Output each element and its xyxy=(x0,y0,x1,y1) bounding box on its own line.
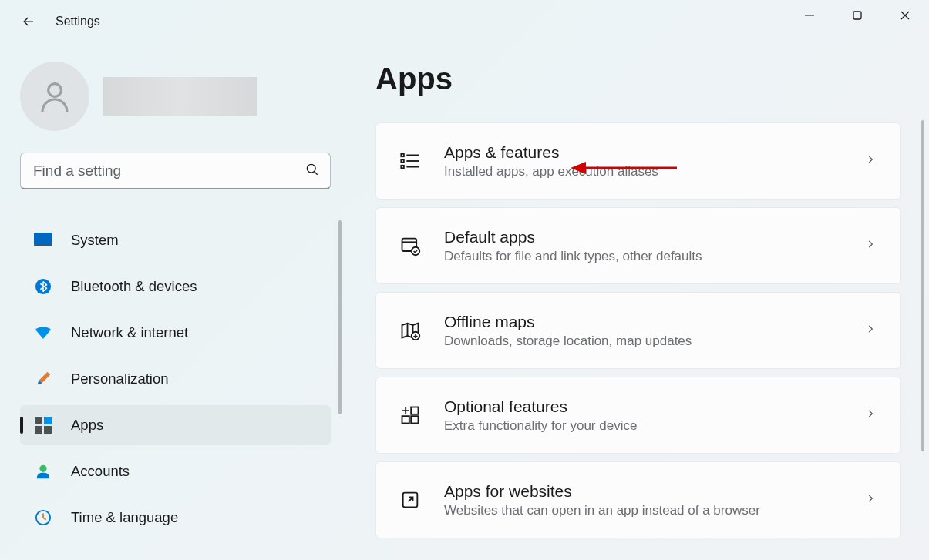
sidebar-item-system[interactable]: System xyxy=(20,220,331,260)
nav-label: Apps xyxy=(71,417,103,434)
profile-section[interactable] xyxy=(20,62,331,131)
card-title: Default apps xyxy=(444,226,865,247)
svg-rect-10 xyxy=(35,426,42,434)
clock-globe-icon xyxy=(34,508,52,527)
main-scrollbar[interactable] xyxy=(921,120,924,451)
card-title: Offline maps xyxy=(444,311,865,332)
svg-rect-9 xyxy=(44,417,52,424)
card-optional-features[interactable]: Optional features Extra functionality fo… xyxy=(375,377,901,454)
avatar xyxy=(20,62,89,131)
svg-rect-14 xyxy=(401,154,404,157)
card-offline-maps[interactable]: Offline maps Downloads, storage location… xyxy=(375,292,901,369)
card-title: Optional features xyxy=(444,396,865,417)
card-title: Apps for websites xyxy=(444,481,865,501)
main-content: Apps Apps & features Installed apps, app… xyxy=(351,43,929,560)
search-input[interactable] xyxy=(20,153,331,189)
svg-point-3 xyxy=(307,164,315,173)
nav-label: Accounts xyxy=(71,463,130,480)
nav-label: Time & language xyxy=(71,509,178,526)
svg-rect-16 xyxy=(401,159,404,163)
card-title: Apps & features xyxy=(444,142,865,163)
sidebar-item-network[interactable]: Network & internet xyxy=(20,313,331,353)
card-subtitle: Installed apps, app execution aliases xyxy=(444,163,865,180)
svg-line-4 xyxy=(315,172,318,175)
card-default-apps[interactable]: Default apps Defaults for file and link … xyxy=(375,207,901,284)
card-subtitle: Defaults for file and link types, other … xyxy=(444,248,865,265)
map-icon xyxy=(398,318,422,343)
chevron-right-icon xyxy=(865,324,876,337)
accounts-icon xyxy=(34,462,52,481)
svg-rect-18 xyxy=(401,166,404,169)
svg-rect-11 xyxy=(44,426,52,434)
chevron-right-icon xyxy=(865,154,876,168)
svg-rect-1 xyxy=(853,12,861,19)
paintbrush-icon xyxy=(34,370,52,388)
search-icon[interactable] xyxy=(305,162,320,180)
nav-label: Personalization xyxy=(71,371,169,387)
card-apps-features[interactable]: Apps & features Installed apps, app exec… xyxy=(375,122,901,200)
sidebar: System Bluetooth & devices Network & int… xyxy=(0,43,351,560)
card-subtitle: Extra functionality for your device xyxy=(444,417,865,434)
user-name-placeholder xyxy=(103,77,257,116)
system-icon xyxy=(34,231,52,250)
nav-label: System xyxy=(71,232,119,249)
minimize-button[interactable] xyxy=(786,0,833,31)
external-link-icon xyxy=(398,488,422,512)
search-wrap xyxy=(20,153,331,189)
sidebar-item-personalization[interactable]: Personalization xyxy=(20,359,331,399)
sidebar-item-accounts[interactable]: Accounts xyxy=(20,451,331,491)
grid-plus-icon xyxy=(398,403,422,428)
svg-rect-5 xyxy=(34,233,52,245)
titlebar: Settings xyxy=(0,0,929,43)
sidebar-item-apps[interactable]: Apps xyxy=(20,405,331,445)
svg-rect-25 xyxy=(411,416,418,423)
chevron-right-icon xyxy=(865,493,876,507)
svg-rect-6 xyxy=(34,245,52,246)
bluetooth-icon xyxy=(34,277,52,296)
card-apps-for-websites[interactable]: Apps for websites Websites that can open… xyxy=(375,461,901,538)
wifi-icon xyxy=(34,324,52,342)
nav-label: Network & internet xyxy=(71,324,188,341)
back-button[interactable] xyxy=(17,10,40,33)
maximize-button[interactable] xyxy=(833,0,881,31)
card-subtitle: Websites that can open in an app instead… xyxy=(444,502,865,519)
sidebar-item-bluetooth[interactable]: Bluetooth & devices xyxy=(20,267,331,307)
svg-point-12 xyxy=(39,465,46,472)
window-controls xyxy=(786,0,929,31)
nav-list: System Bluetooth & devices Network & int… xyxy=(20,220,331,538)
sidebar-scrollbar[interactable] xyxy=(338,220,342,414)
svg-rect-26 xyxy=(411,407,418,414)
chevron-right-icon xyxy=(865,408,876,422)
list-icon xyxy=(398,149,422,173)
page-title: Apps xyxy=(375,62,901,96)
default-apps-icon xyxy=(398,233,422,258)
nav-label: Bluetooth & devices xyxy=(71,278,197,295)
svg-point-2 xyxy=(49,84,62,97)
close-button[interactable] xyxy=(881,0,929,31)
app-title: Settings xyxy=(56,15,100,29)
apps-icon xyxy=(34,416,52,434)
svg-rect-24 xyxy=(402,416,409,423)
chevron-right-icon xyxy=(865,239,876,253)
sidebar-item-time-language[interactable]: Time & language xyxy=(20,498,331,538)
svg-rect-8 xyxy=(35,417,42,424)
card-subtitle: Downloads, storage location, map updates xyxy=(444,333,865,350)
